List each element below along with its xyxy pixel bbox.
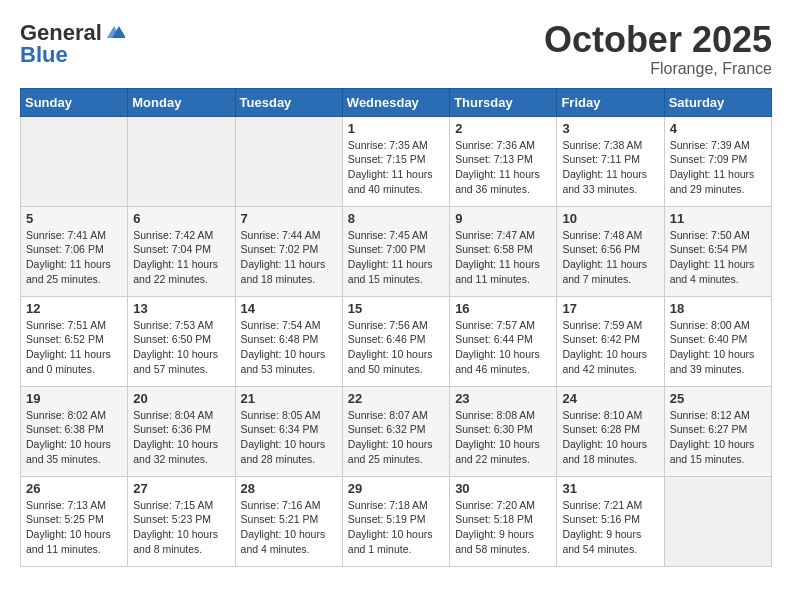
day-info: Sunrise: 8:12 AMSunset: 6:27 PMDaylight:… [670, 409, 755, 465]
day-number: 31 [562, 481, 658, 496]
day-number: 13 [133, 301, 229, 316]
day-info: Sunrise: 7:44 AMSunset: 7:02 PMDaylight:… [241, 229, 326, 285]
weekday-header: Wednesday [342, 88, 449, 116]
day-info: Sunrise: 8:04 AMSunset: 6:36 PMDaylight:… [133, 409, 218, 465]
day-number: 11 [670, 211, 766, 226]
calendar-cell: 30Sunrise: 7:20 AMSunset: 5:18 PMDayligh… [450, 476, 557, 566]
weekday-header: Saturday [664, 88, 771, 116]
day-info: Sunrise: 7:57 AMSunset: 6:44 PMDaylight:… [455, 319, 540, 375]
day-number: 24 [562, 391, 658, 406]
calendar-cell: 7Sunrise: 7:44 AMSunset: 7:02 PMDaylight… [235, 206, 342, 296]
day-info: Sunrise: 8:08 AMSunset: 6:30 PMDaylight:… [455, 409, 540, 465]
calendar-cell: 14Sunrise: 7:54 AMSunset: 6:48 PMDayligh… [235, 296, 342, 386]
calendar-cell: 6Sunrise: 7:42 AMSunset: 7:04 PMDaylight… [128, 206, 235, 296]
calendar-cell: 15Sunrise: 7:56 AMSunset: 6:46 PMDayligh… [342, 296, 449, 386]
day-info: Sunrise: 7:20 AMSunset: 5:18 PMDaylight:… [455, 499, 535, 555]
day-info: Sunrise: 7:47 AMSunset: 6:58 PMDaylight:… [455, 229, 540, 285]
weekday-header: Monday [128, 88, 235, 116]
day-number: 27 [133, 481, 229, 496]
calendar-cell: 28Sunrise: 7:16 AMSunset: 5:21 PMDayligh… [235, 476, 342, 566]
day-number: 3 [562, 121, 658, 136]
calendar-cell: 29Sunrise: 7:18 AMSunset: 5:19 PMDayligh… [342, 476, 449, 566]
calendar-cell: 19Sunrise: 8:02 AMSunset: 6:38 PMDayligh… [21, 386, 128, 476]
day-info: Sunrise: 7:39 AMSunset: 7:09 PMDaylight:… [670, 139, 755, 195]
logo-blue: Blue [20, 42, 68, 68]
calendar-cell: 27Sunrise: 7:15 AMSunset: 5:23 PMDayligh… [128, 476, 235, 566]
day-number: 28 [241, 481, 337, 496]
calendar-cell: 1Sunrise: 7:35 AMSunset: 7:15 PMDaylight… [342, 116, 449, 206]
day-number: 10 [562, 211, 658, 226]
day-number: 21 [241, 391, 337, 406]
logo-icon [103, 24, 125, 42]
day-info: Sunrise: 8:02 AMSunset: 6:38 PMDaylight:… [26, 409, 111, 465]
calendar-cell: 9Sunrise: 7:47 AMSunset: 6:58 PMDaylight… [450, 206, 557, 296]
day-info: Sunrise: 7:50 AMSunset: 6:54 PMDaylight:… [670, 229, 755, 285]
day-number: 8 [348, 211, 444, 226]
calendar-cell: 10Sunrise: 7:48 AMSunset: 6:56 PMDayligh… [557, 206, 664, 296]
calendar-cell [128, 116, 235, 206]
day-number: 15 [348, 301, 444, 316]
calendar-table: SundayMondayTuesdayWednesdayThursdayFrid… [20, 88, 772, 567]
day-number: 14 [241, 301, 337, 316]
weekday-header: Thursday [450, 88, 557, 116]
calendar-cell: 8Sunrise: 7:45 AMSunset: 7:00 PMDaylight… [342, 206, 449, 296]
day-number: 6 [133, 211, 229, 226]
calendar-cell: 17Sunrise: 7:59 AMSunset: 6:42 PMDayligh… [557, 296, 664, 386]
calendar-cell: 3Sunrise: 7:38 AMSunset: 7:11 PMDaylight… [557, 116, 664, 206]
calendar-cell: 2Sunrise: 7:36 AMSunset: 7:13 PMDaylight… [450, 116, 557, 206]
day-number: 22 [348, 391, 444, 406]
day-number: 18 [670, 301, 766, 316]
calendar-cell: 22Sunrise: 8:07 AMSunset: 6:32 PMDayligh… [342, 386, 449, 476]
day-info: Sunrise: 7:21 AMSunset: 5:16 PMDaylight:… [562, 499, 642, 555]
calendar-cell [235, 116, 342, 206]
calendar-cell: 25Sunrise: 8:12 AMSunset: 6:27 PMDayligh… [664, 386, 771, 476]
day-number: 29 [348, 481, 444, 496]
calendar-cell: 21Sunrise: 8:05 AMSunset: 6:34 PMDayligh… [235, 386, 342, 476]
day-info: Sunrise: 7:54 AMSunset: 6:48 PMDaylight:… [241, 319, 326, 375]
day-info: Sunrise: 7:35 AMSunset: 7:15 PMDaylight:… [348, 139, 433, 195]
day-number: 7 [241, 211, 337, 226]
day-info: Sunrise: 7:59 AMSunset: 6:42 PMDaylight:… [562, 319, 647, 375]
calendar-cell: 11Sunrise: 7:50 AMSunset: 6:54 PMDayligh… [664, 206, 771, 296]
title-block: October 2025 Florange, France [544, 20, 772, 78]
calendar-cell: 16Sunrise: 7:57 AMSunset: 6:44 PMDayligh… [450, 296, 557, 386]
calendar-cell: 26Sunrise: 7:13 AMSunset: 5:25 PMDayligh… [21, 476, 128, 566]
weekday-header: Sunday [21, 88, 128, 116]
weekday-header: Tuesday [235, 88, 342, 116]
day-number: 30 [455, 481, 551, 496]
day-info: Sunrise: 7:53 AMSunset: 6:50 PMDaylight:… [133, 319, 218, 375]
calendar-cell: 24Sunrise: 8:10 AMSunset: 6:28 PMDayligh… [557, 386, 664, 476]
weekday-header: Friday [557, 88, 664, 116]
calendar-cell [21, 116, 128, 206]
day-number: 1 [348, 121, 444, 136]
calendar-cell: 4Sunrise: 7:39 AMSunset: 7:09 PMDaylight… [664, 116, 771, 206]
calendar-cell: 12Sunrise: 7:51 AMSunset: 6:52 PMDayligh… [21, 296, 128, 386]
day-info: Sunrise: 7:18 AMSunset: 5:19 PMDaylight:… [348, 499, 433, 555]
day-info: Sunrise: 7:56 AMSunset: 6:46 PMDaylight:… [348, 319, 433, 375]
day-info: Sunrise: 7:42 AMSunset: 7:04 PMDaylight:… [133, 229, 218, 285]
calendar-cell: 5Sunrise: 7:41 AMSunset: 7:06 PMDaylight… [21, 206, 128, 296]
day-number: 12 [26, 301, 122, 316]
calendar-cell: 20Sunrise: 8:04 AMSunset: 6:36 PMDayligh… [128, 386, 235, 476]
day-number: 26 [26, 481, 122, 496]
calendar-cell: 18Sunrise: 8:00 AMSunset: 6:40 PMDayligh… [664, 296, 771, 386]
day-info: Sunrise: 8:10 AMSunset: 6:28 PMDaylight:… [562, 409, 647, 465]
day-info: Sunrise: 8:00 AMSunset: 6:40 PMDaylight:… [670, 319, 755, 375]
day-number: 5 [26, 211, 122, 226]
day-info: Sunrise: 7:38 AMSunset: 7:11 PMDaylight:… [562, 139, 647, 195]
day-info: Sunrise: 8:07 AMSunset: 6:32 PMDaylight:… [348, 409, 433, 465]
day-number: 16 [455, 301, 551, 316]
logo: General Blue [20, 20, 126, 68]
day-info: Sunrise: 7:15 AMSunset: 5:23 PMDaylight:… [133, 499, 218, 555]
day-info: Sunrise: 7:13 AMSunset: 5:25 PMDaylight:… [26, 499, 111, 555]
location: Florange, France [544, 60, 772, 78]
day-number: 2 [455, 121, 551, 136]
calendar-cell: 23Sunrise: 8:08 AMSunset: 6:30 PMDayligh… [450, 386, 557, 476]
day-info: Sunrise: 7:41 AMSunset: 7:06 PMDaylight:… [26, 229, 111, 285]
month-title: October 2025 [544, 20, 772, 60]
day-number: 19 [26, 391, 122, 406]
day-info: Sunrise: 7:51 AMSunset: 6:52 PMDaylight:… [26, 319, 111, 375]
day-info: Sunrise: 7:48 AMSunset: 6:56 PMDaylight:… [562, 229, 647, 285]
calendar-cell: 13Sunrise: 7:53 AMSunset: 6:50 PMDayligh… [128, 296, 235, 386]
day-info: Sunrise: 7:16 AMSunset: 5:21 PMDaylight:… [241, 499, 326, 555]
